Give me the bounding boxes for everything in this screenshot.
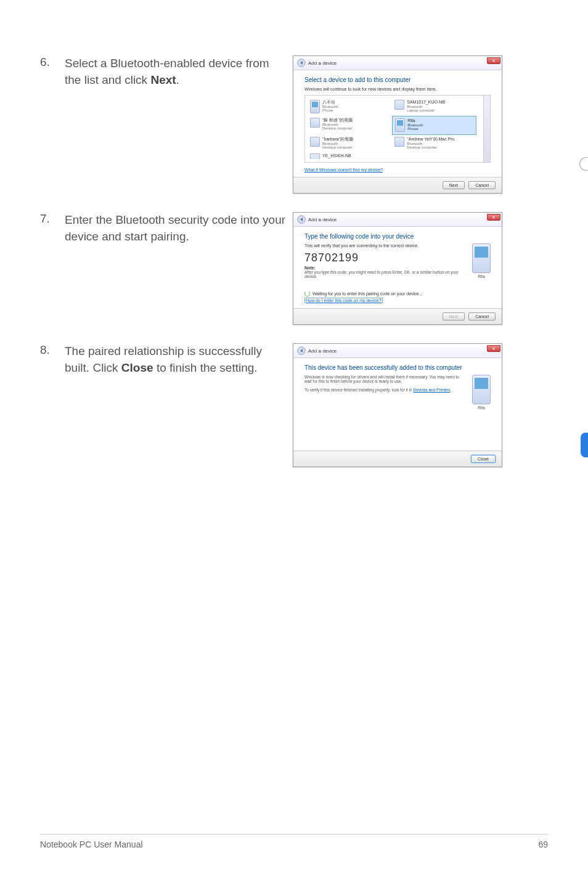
page-edge-mark-top (579, 157, 588, 171)
success-para1: Windows is now checking for drivers and … (304, 375, 466, 383)
step-text: Enter the Bluetooth security code into y… (65, 212, 287, 245)
page-edge-mark-side (581, 433, 588, 457)
close-icon[interactable]: ✕ (487, 345, 500, 352)
spinner-icon (304, 291, 310, 296)
device-item[interactable]: SAM1017_KUO-NBBluetoothLaptop computer (392, 98, 476, 116)
step-number: 8. (40, 343, 65, 357)
note-text: After you type this code, you might need… (304, 270, 466, 279)
device-item[interactable]: "Andrew Yeh"的 Mac ProBluetoothDesktop co… (392, 135, 476, 152)
dialog-select-device: ✕ Add a device Select a device to add to… (293, 55, 502, 194)
device-line3: Desktop computer (407, 145, 454, 149)
device-item[interactable]: "barbara"的電腦BluetoothDesktop computer (308, 135, 392, 152)
footer-title: Notebook PC User Manual (40, 839, 143, 849)
close-icon[interactable]: ✕ (487, 57, 500, 64)
device-item[interactable]: "蘇 柏達"的電腦BluetoothDesktop computer (308, 116, 392, 135)
device-line3: Phone (407, 127, 423, 131)
step-text: The paired relationship is successfully … (65, 343, 287, 376)
step-text: Select a Bluetooth-enabled device from t… (65, 55, 287, 88)
close-icon[interactable]: ✕ (487, 214, 500, 221)
device-line3: Laptop computer (407, 108, 445, 112)
success-para2: To verify if this device finished instal… (304, 388, 466, 392)
device-item-selected[interactable]: RitaBluetoothPhone (392, 116, 476, 135)
device-label: Rita (472, 274, 491, 279)
step-text-bold: Next (150, 73, 176, 86)
cancel-button[interactable]: Cancel (468, 181, 496, 189)
desktop-icon (310, 137, 320, 147)
next-button: Next (443, 312, 465, 321)
step-7: 7. Enter the Bluetooth security code int… (40, 212, 548, 325)
dialog-window-title: Add a device (308, 60, 337, 66)
device-line2: Bluetooth (407, 123, 423, 127)
device-name: YE_HSIEH-NB (322, 153, 351, 158)
laptop-icon (394, 100, 404, 110)
device-item[interactable]: YE_HSIEH-NBBluetooth (308, 152, 392, 159)
device-line3: Phone (322, 108, 338, 112)
device-name: Rita (407, 118, 423, 123)
desktop-icon (394, 137, 404, 147)
next-button[interactable]: Next (443, 181, 465, 189)
dialog-heading: Select a device to add to this computer (304, 76, 491, 83)
waiting-text: Waiting for you to enter this pairing co… (312, 292, 422, 296)
phone-icon (472, 243, 491, 273)
cancel-button[interactable]: Cancel (468, 312, 496, 321)
device-name: "蘇 柏達"的電腦 (322, 118, 353, 123)
help-link[interactable]: What if Windows doesn't find my device? (304, 168, 491, 172)
device-list[interactable]: 八不垃BluetoothPhone SAM1017_KUO-NBBluetoot… (304, 95, 491, 163)
device-name: "barbara"的電腦 (322, 137, 353, 142)
desktop-icon (310, 118, 320, 128)
back-button[interactable] (297, 59, 306, 67)
dialog-window-title: Add a device (308, 348, 337, 354)
step-6: 6. Select a Bluetooth-enabled device fro… (40, 55, 548, 194)
phone-icon (395, 118, 405, 132)
device-name: "Andrew Yeh"的 Mac Pro (407, 137, 454, 142)
device-line2: Bluetooth (322, 158, 351, 159)
dialog-pairing-code: ✕ Add a device Type the following code i… (293, 212, 502, 325)
close-button[interactable]: Close (471, 455, 496, 463)
phone-icon (472, 375, 491, 404)
waiting-status: Waiting for you to enter this pairing co… (304, 291, 466, 296)
dialog-subtext: Windows will continue to look for new de… (304, 87, 491, 91)
devices-printers-link[interactable]: Devices and Printers (414, 388, 451, 392)
step-text-c: . (176, 73, 179, 86)
dialog-heading: This device has been successfully added … (304, 364, 491, 371)
device-line3: Desktop computer (322, 145, 353, 149)
dialog-heading: Type the following code into your device (304, 233, 491, 240)
page-footer: Notebook PC User Manual 69 (40, 834, 548, 849)
dialog-subtext: This will verify that you are connecting… (304, 243, 466, 248)
para-text-end: . (451, 388, 452, 392)
device-line2: Bluetooth (322, 105, 338, 108)
step-number: 7. (40, 212, 65, 226)
device-line3: Desktop computer (322, 126, 353, 130)
step-text-c: to finish the setting. (153, 361, 258, 374)
phone-icon (310, 100, 320, 113)
device-name: SAM1017_KUO-NB (407, 100, 445, 105)
step-number: 6. (40, 55, 65, 69)
step-text-bold: Close (121, 361, 153, 374)
para-text: To verify if this device finished instal… (304, 388, 414, 392)
note-label: Note: (304, 266, 466, 270)
page-number: 69 (538, 839, 548, 849)
dialog-window-title: Add a device (308, 217, 337, 223)
device-label: Rita (472, 406, 491, 410)
back-button[interactable] (297, 346, 306, 355)
device-item[interactable]: 八不垃BluetoothPhone (308, 98, 392, 116)
laptop-icon (310, 153, 320, 159)
device-name: 八不垃 (322, 100, 338, 105)
help-link[interactable]: How do I enter this code on my device? (304, 298, 383, 303)
back-button[interactable] (297, 215, 306, 224)
step-8: 8. The paired relationship is successful… (40, 343, 548, 467)
pairing-code: 78702199 (304, 251, 466, 264)
dialog-success: ✕ Add a device This device has been succ… (293, 343, 502, 467)
